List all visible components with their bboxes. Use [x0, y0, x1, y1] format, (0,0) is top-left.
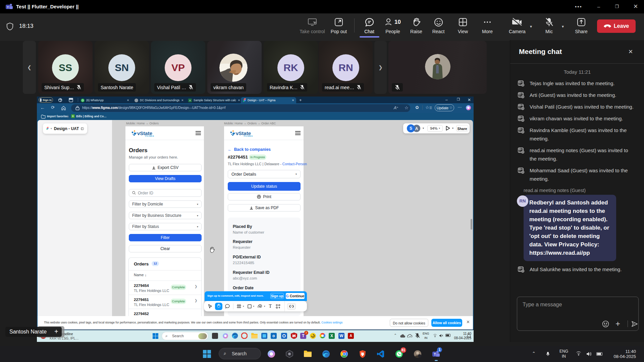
svg-text:FILINGS: FILINGS	[145, 135, 154, 137]
svg-text:T: T	[7, 6, 9, 9]
svg-text:T: T	[434, 353, 436, 356]
svg-text:FILINGS: FILINGS	[244, 135, 253, 137]
